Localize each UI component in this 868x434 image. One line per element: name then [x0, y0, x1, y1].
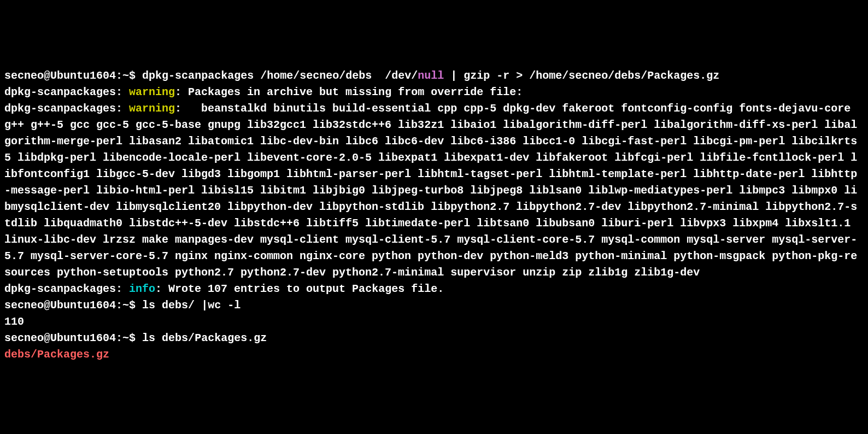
output-line-info: dpkg-scanpackages: info: Wrote 107 entri… — [4, 283, 444, 295]
warning-label: warning — [129, 102, 175, 115]
warning-text: : Packages in archive but missing from o… — [175, 86, 523, 98]
null-keyword: null — [418, 69, 444, 82]
prompt-path: ~ — [122, 299, 129, 312]
prompt-symbol: $ — [129, 299, 136, 312]
command-part2: | gzip -r > /home/secneo/debs/Packages.g… — [444, 69, 719, 82]
prompt-user-host: secneo@Ubuntu1604 — [4, 69, 116, 82]
output-file-path: debs/Packages.gz — [4, 348, 109, 361]
prompt-line-1: secneo@Ubuntu1604:~$ dpkg-scanpackages /… — [4, 69, 719, 82]
prompt-path: ~ — [122, 69, 129, 82]
output-count: 110 — [4, 315, 24, 328]
prompt-user-host: secneo@Ubuntu1604 — [4, 332, 116, 344]
warning-packages-list: : beanstalkd binutils build-essential cp… — [4, 102, 857, 279]
prompt-space — [136, 299, 142, 312]
command-ls-wc: ls debs/ |wc -l — [142, 299, 241, 312]
prompt-path: ~ — [122, 332, 129, 344]
warning-prefix: dpkg-scanpackages: — [4, 86, 129, 98]
info-text: : Wrote 107 entries to output Packages f… — [155, 283, 444, 295]
prompt-space — [136, 69, 142, 82]
prompt-symbol: $ — [129, 332, 136, 344]
terminal-window[interactable]: secneo@Ubuntu1604:~$ dpkg-scanpackages /… — [4, 68, 864, 363]
output-line-warning-1: dpkg-scanpackages: warning: Packages in … — [4, 86, 523, 98]
prompt-space — [136, 332, 142, 344]
output-line-warning-2: dpkg-scanpackages: warning: beanstalkd b… — [4, 102, 857, 279]
info-prefix: dpkg-scanpackages: — [4, 283, 129, 295]
prompt-colon: : — [116, 332, 122, 344]
prompt-user-host: secneo@Ubuntu1604 — [4, 299, 116, 312]
prompt-colon: : — [116, 69, 122, 82]
command-part1: dpkg-scanpackages /home/secneo/debs /dev… — [142, 69, 418, 82]
warning-prefix: dpkg-scanpackages: — [4, 102, 129, 115]
prompt-colon: : — [116, 299, 122, 312]
info-label: info — [129, 283, 155, 295]
prompt-symbol: $ — [129, 69, 136, 82]
command-ls-packages: ls debs/Packages.gz — [142, 332, 267, 344]
warning-label: warning — [129, 86, 175, 98]
prompt-line-2: secneo@Ubuntu1604:~$ ls debs/ |wc -l — [4, 299, 241, 312]
prompt-line-3: secneo@Ubuntu1604:~$ ls debs/Packages.gz — [4, 332, 267, 344]
